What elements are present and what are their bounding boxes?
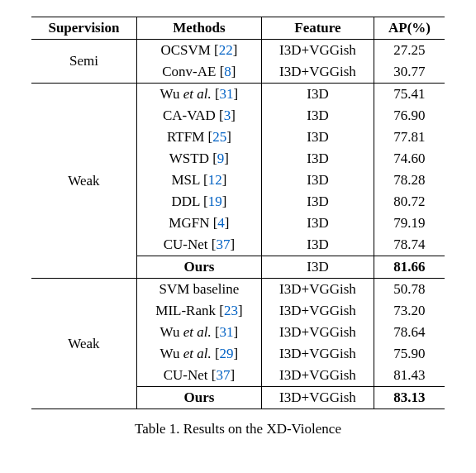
method-text: CU-Net [ [164,236,217,252]
hdr-methods: Methods [136,17,261,40]
feature-cell: I3D [261,127,374,148]
feature-cell: I3D+VGGish [261,365,374,387]
method-text: [ [212,346,220,361]
method-cell: Conv-AE [8] [136,61,261,84]
method-text: Conv-AE [ [162,64,224,79]
method-text: ] [234,86,239,102]
method-text: ] [234,346,239,361]
method-ours: Ours [136,256,261,279]
feature-ours: I3D [261,256,374,279]
table-row: Semi OCSVM [22] I3D+VGGish 27.25 [31,40,445,62]
method-text: CU-Net [ [164,367,217,383]
method-text: ] [233,42,238,58]
method-text: ] [226,129,231,145]
feature-cell: I3D [261,105,374,127]
method-text: Wu [160,324,183,340]
feature-cell: I3D+VGGish [261,343,374,365]
feature-cell: I3D+VGGish [261,40,374,62]
ap-cell: 75.41 [374,84,445,106]
cite-link[interactable]: 23 [224,303,238,318]
cite-link[interactable]: 12 [208,172,222,188]
method-text: OCSVM [ [160,42,218,58]
ap-cell: 27.25 [374,40,445,62]
ap-cell: 73.20 [374,300,445,322]
method-text: ] [231,108,236,123]
header-row: Supervision Methods Feature AP(%) [31,17,445,40]
method-ital: et al. [183,86,212,102]
ap-cell: 30.77 [374,61,445,84]
method-text: ] [222,194,227,209]
table-row: Weak SVM baseline I3D+VGGish 50.78 [31,279,445,301]
cite-link[interactable]: 8 [224,64,231,79]
method-cell: Wu et al. [31] [136,84,261,106]
ap-cell: 78.74 [374,234,445,256]
method-text: MIL-Rank [ [155,303,224,318]
cite-link[interactable]: 31 [220,86,234,102]
ap-cell: 80.72 [374,191,445,213]
ap-cell: 74.60 [374,148,445,170]
method-text: Wu [160,86,183,102]
method-text: MSL [ [171,172,207,188]
ap-cell: 50.78 [374,279,445,301]
feature-cell: I3D+VGGish [261,322,374,343]
ap-cell: 76.90 [374,105,445,127]
feature-cell: I3D+VGGish [261,279,374,301]
sup-semi: Semi [31,40,136,84]
feature-ours: I3D+VGGish [261,387,374,409]
method-cell: MGFN [4] [136,213,261,234]
method-text: ] [225,215,230,231]
feature-cell: I3D+VGGish [261,61,374,84]
method-cell: Wu et al. [29] [136,343,261,365]
cite-link[interactable]: 4 [217,215,225,231]
method-cell: MSL [12] [136,170,261,191]
hdr-ap: AP(%) [374,17,445,40]
method-cell: SVM baseline [136,279,261,301]
ap-cell: 75.90 [374,343,445,365]
method-cell: CA-VAD [3] [136,105,261,127]
method-ital: et al. [183,346,212,361]
cite-link[interactable]: 25 [212,129,226,145]
method-text: DDL [ [171,194,207,209]
feature-cell: I3D [261,170,374,191]
method-text: ] [224,150,229,166]
method-text: MGFN [ [169,215,217,231]
ap-cell: 77.81 [374,127,445,148]
method-text: WSTD [ [169,150,217,166]
method-ital: et al. [183,324,212,340]
cite-link[interactable]: 22 [219,42,233,58]
method-cell: MIL-Rank [23] [136,300,261,322]
feature-cell: I3D [261,213,374,234]
method-ours: Ours [136,387,261,409]
method-text: ] [238,303,243,318]
cite-link[interactable]: 3 [224,108,231,123]
sup-weak-2: Weak [31,279,136,409]
method-text: ] [230,236,235,252]
cite-link[interactable]: 31 [220,324,234,340]
method-cell: Wu et al. [31] [136,322,261,343]
method-text: ] [231,64,236,79]
cite-link[interactable]: 37 [216,236,230,252]
method-text: ] [234,324,239,340]
method-cell: RTFM [25] [136,127,261,148]
hdr-supervision: Supervision [31,17,136,40]
table-row: Weak Wu et al. [31] I3D 75.41 [31,84,445,106]
method-cell: CU-Net [37] [136,234,261,256]
cite-link[interactable]: 37 [216,367,230,383]
ap-cell: 78.28 [374,170,445,191]
table-caption: Table 1. Results on the XD-Violence [17,421,459,437]
sup-weak-1: Weak [31,84,136,279]
method-cell: WSTD [9] [136,148,261,170]
method-text: ] [230,367,235,383]
feature-cell: I3D [261,234,374,256]
ap-cell: 79.19 [374,213,445,234]
feature-cell: I3D [261,148,374,170]
method-text: ] [222,172,227,188]
ap-ours: 83.13 [374,387,445,409]
method-text: [ [212,86,220,102]
method-text: CA-VAD [ [163,108,224,123]
results-table: Supervision Methods Feature AP(%) Semi O… [31,17,445,409]
feature-cell: I3D [261,84,374,106]
cite-link[interactable]: 19 [208,194,222,209]
cite-link[interactable]: 29 [220,346,234,361]
ap-ours: 81.66 [374,256,445,279]
